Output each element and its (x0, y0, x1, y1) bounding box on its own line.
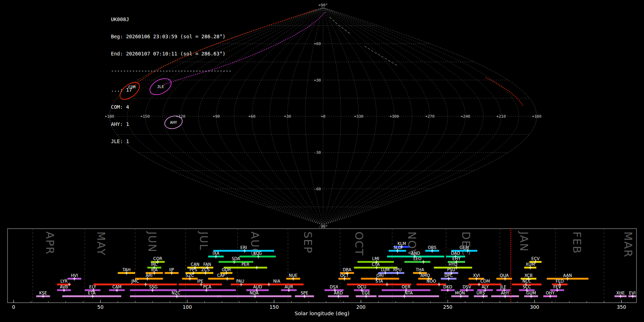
shower-label-IRC: IRC (151, 262, 158, 267)
activity-timeline: APRMAYJUNJULAUGSEPOCTNOVDECJANFEBMAR0501… (8, 229, 636, 316)
month-label-may: MAY (95, 231, 107, 256)
shower-label-DAD: DAD (451, 251, 460, 256)
map-lon-label: +330 (354, 114, 364, 119)
shower-bar-JMC (93, 284, 177, 286)
shower-bar-NOO (416, 284, 446, 286)
shower-label-KSE: KSE (39, 291, 47, 296)
shower-label-XVI: XVI (473, 273, 480, 278)
shower-label-NCC: NCC (522, 279, 531, 284)
shower-label-LUM: LUM (381, 267, 390, 272)
shower-label-GUM: GUM (526, 291, 536, 296)
shower-label-GDR: GDR (222, 267, 231, 272)
month-label-oct: OCT (353, 231, 365, 256)
map-lon-label: +0 (321, 114, 325, 119)
shower-label-XCB: XCB (525, 273, 533, 278)
shower-label-EHY: EHY (452, 256, 461, 261)
shower-label-SLD: SLD (393, 245, 401, 250)
shower-label-HVI: HVI (71, 273, 78, 278)
axis-tick-label: 150 (269, 304, 279, 310)
shower-label-CTA: CTA (372, 262, 380, 267)
shower-label-AUD: AUD (253, 284, 262, 289)
shower-label-EVI: EVI (629, 291, 636, 296)
shower-label-NZC: NZC (172, 291, 181, 296)
axis-tick-label: 200 (356, 304, 366, 310)
shower-label-SSG: SSG (149, 284, 158, 289)
shower-label-AUR: AUR (284, 284, 293, 289)
shower-label-KCG: KCG (253, 251, 262, 256)
month-label-jul: JUL (197, 231, 210, 251)
count-jle: JLE: 1 (111, 138, 231, 144)
shower-label-SZC: SZC (186, 273, 194, 278)
shower-label-DRA: DRA (343, 267, 351, 272)
shower-label-CAM: CAM (112, 284, 122, 289)
shower-label-QUA: QUA (500, 273, 509, 278)
shower-label-RPU: RPU (393, 267, 401, 272)
shower-label-NUE: NUE (289, 273, 297, 278)
map-lon-label: +60 (248, 114, 255, 119)
shower-label-OER: OER (402, 284, 410, 289)
shower-label-OCU: OCU (357, 284, 366, 289)
shower-label-ARI: ARI (146, 273, 152, 278)
month-label-mar: MAR (622, 231, 634, 258)
shower-label-DKD: DKD (443, 284, 452, 289)
x-axis-title: Solar longitude (deg) (294, 311, 349, 316)
map-lat-label: +30 (314, 78, 321, 83)
month-label-feb: FEB (571, 231, 583, 254)
shower-bar-NTA (378, 296, 439, 297)
shower-label-SDA: SDA (231, 256, 240, 261)
axis-tick-label: 350 (617, 304, 626, 310)
begin-time-line: Beg: 20260106 23:03:59 (sol = 286.28°) (111, 34, 231, 39)
axis-tick-label: 0 (12, 304, 15, 310)
shower-label-THA: THA (415, 267, 424, 272)
shower-label-FEV: FEV (553, 284, 561, 289)
map-lat-label: +90° (318, 3, 328, 8)
axis-tick-label: 250 (443, 304, 453, 310)
shower-label-AHY: AHY (501, 291, 510, 296)
month-label-sep: SEP (302, 231, 314, 254)
count-com: COM: 4 (111, 104, 231, 110)
shower-label-SCC: SCC (523, 284, 531, 289)
shower-label-URS: URS (477, 291, 485, 296)
shower-label-HYD: HYD (449, 262, 458, 267)
shower-label-LEO: LEO (413, 256, 421, 261)
shower-label-NIA: NIA (273, 279, 280, 284)
map-lon-label: +300 (390, 114, 399, 119)
shower-label-AMO: AMO (420, 273, 430, 278)
map-lat-label: -90° (318, 224, 328, 229)
shower-label-ORI: ORI (376, 273, 384, 278)
radiant-map-and-activity-plot: +90°+60+30-30-60-90°+180+150+120+90+60+3… (0, 0, 644, 322)
map-meridian (288, 8, 323, 225)
shower-label-CAP: CAP (217, 273, 225, 278)
shower-label-OBS: OBS (428, 245, 436, 250)
shower-label-JLE: JLE (500, 284, 506, 289)
shower-label-COR: COR (153, 256, 162, 261)
shower-label-PAU: PAU (236, 279, 244, 284)
shower-label-LYR: LYR (60, 279, 68, 284)
shower-bar-LEO (404, 261, 430, 263)
shower-label-ELY: ELY (89, 284, 96, 289)
count-sporadic: ...: 17 (111, 87, 231, 93)
map-lon-label: +270 (425, 114, 435, 119)
shower-label-GEM: GEM (460, 245, 469, 250)
map-lon-label: +180 (532, 114, 542, 119)
map-meridian (270, 8, 323, 225)
shower-label-AVB: AVB (60, 284, 68, 289)
month-label-apr: APR (44, 231, 56, 255)
shower-label-IPE: IPE (197, 279, 204, 284)
shower-label-NOO: NOO (426, 279, 436, 284)
shower-label-SPE: SPE (301, 291, 308, 296)
shower-label-ARD: ARD (334, 291, 343, 296)
map-lat-label: -60 (314, 187, 321, 191)
shower-label-NTA: NTA (405, 291, 413, 296)
shower-label-OHY: OHY (546, 291, 555, 296)
meteor-observation-screen: UK008J Beg: 20260106 23:03:59 (sol = 286… (0, 0, 644, 322)
shower-label-XUM: XUM (526, 262, 535, 267)
station-code: UK008J (111, 16, 231, 22)
shower-label-CAN: CAN (191, 262, 200, 267)
map-lat-label: +60 (314, 42, 321, 46)
shower-label-ERI: ERI (240, 245, 247, 250)
shower-label-PCA: PCA (203, 284, 211, 289)
map-lon-label: +30 (284, 114, 291, 119)
shower-label-PER: PER (241, 262, 249, 267)
shower-label-ZCS: ZCS (201, 267, 210, 272)
